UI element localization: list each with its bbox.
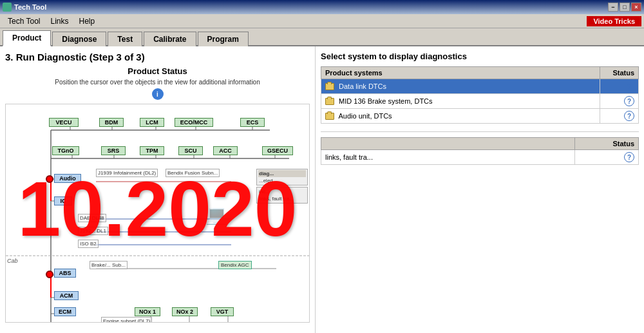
node-lcm[interactable]: LCM <box>140 118 164 127</box>
main-content: 3. Run Diagnostic (Step 3 of 3) Product … <box>0 46 644 333</box>
systems-table: Product systems Status Data link DTCs ? <box>321 66 639 124</box>
product-status-title: Product Status <box>5 66 310 76</box>
folder-icon-3 <box>325 113 334 120</box>
tab-calibrate[interactable]: Calibrate <box>144 32 196 46</box>
node-nox1[interactable]: NOx 1 <box>135 307 160 316</box>
node-ic[interactable]: IC <box>54 196 72 205</box>
infonet-label-3: DAE DL48 <box>78 214 106 222</box>
node-gsecu[interactable]: GSECU <box>262 146 293 155</box>
title-bar-controls[interactable]: − □ × <box>608 3 641 12</box>
folder-icon-1 <box>325 83 334 90</box>
title-bar: Tech Tool − □ × <box>0 0 644 14</box>
node-audio[interactable]: Audio <box>54 174 81 183</box>
status-icon-2: ? <box>624 96 634 106</box>
infonet-label-7: Engine subnet (DL7) <box>101 317 152 323</box>
system-status-1: ? <box>600 79 639 94</box>
status-icon-1: ? <box>624 81 634 91</box>
toolbar: Product Diagnose Test Calibrate Program <box>0 28 644 46</box>
menu-tech-tool[interactable]: Tech Tool <box>3 15 45 27</box>
infonet-label-2: Bendix Fusion Subn... <box>166 169 220 177</box>
app-icon <box>3 3 12 12</box>
diag-inc-box: inc... links, fault tra... <box>256 187 308 204</box>
sub-col-status: Status <box>575 138 639 150</box>
title-bar-text: Tech Tool <box>14 3 46 11</box>
infonet-label-4: J192... DL1 <box>78 227 108 235</box>
page-heading: 3. Run Diagnostic (Step 3 of 3) <box>5 52 310 62</box>
sub-status-icon-1: ? <box>624 152 634 162</box>
node-vgt[interactable]: VGT <box>211 307 234 316</box>
status-icon-3: ? <box>624 111 634 121</box>
sub-table-row[interactable]: links, fault tra... ? <box>321 150 639 165</box>
bendix-agc-label: Bendix AGC <box>218 261 252 269</box>
sub-item-status-1: ? <box>575 150 639 165</box>
table-row[interactable]: Audio unit, DTCs ? <box>321 109 639 124</box>
maximize-button[interactable]: □ <box>620 3 630 12</box>
infonet-label-1: J1939 Infotainment (DL2) <box>96 169 158 177</box>
infonet-label-5: ISO B2 <box>78 240 99 248</box>
node-abs[interactable]: ABS <box>54 269 76 278</box>
title-bar-left: Tech Tool <box>3 3 46 12</box>
sub-table: Status links, fault tra... ? <box>321 137 639 165</box>
menu-bar: Tech Tool Links Help Video Tricks <box>0 14 644 28</box>
instructions-text: Position the cursor over the objects in … <box>5 79 310 86</box>
left-panel: 3. Run Diagnostic (Step 3 of 3) Product … <box>0 46 316 333</box>
table-row[interactable]: MID 136 Brake system, DTCs ? <box>321 94 639 109</box>
node-nox2[interactable]: NOx 2 <box>172 307 198 316</box>
system-status-3: ? <box>600 109 639 124</box>
folder-icon-2 <box>325 98 334 105</box>
node-ecm[interactable]: ECM <box>54 307 76 316</box>
system-status-2: ? <box>600 94 639 109</box>
node-vecu[interactable]: VECU <box>49 118 79 127</box>
infonet-label-6: Brake/... Sub... <box>90 261 128 269</box>
sub-item-name-1: links, fault tra... <box>321 150 575 165</box>
system-name-1[interactable]: Data link DTCs <box>321 79 600 94</box>
sub-col-name <box>321 138 575 150</box>
diagram-area: 10.2020 <box>5 104 310 323</box>
node-ecs[interactable]: ECS <box>240 118 265 127</box>
node-srs[interactable]: SRS <box>101 146 126 155</box>
node-tpm[interactable]: TPM <box>140 146 164 155</box>
menu-links[interactable]: Links <box>45 15 73 27</box>
node-tgno[interactable]: TGnO <box>52 146 79 155</box>
col-status: Status <box>600 67 639 79</box>
diag-box: diag... ...eled <box>256 169 308 186</box>
tab-product[interactable]: Product <box>3 30 51 46</box>
tab-diagnose[interactable]: Diagnose <box>52 32 106 46</box>
right-panel: Select system to display diagnostics Pro… <box>316 46 644 333</box>
system-name-2[interactable]: MID 136 Brake system, DTCs <box>321 94 600 109</box>
node-acm[interactable]: ACM <box>54 291 79 300</box>
error-dot-abs <box>46 271 53 278</box>
node-acc[interactable]: ACC <box>213 146 238 155</box>
panel-separator <box>321 131 639 132</box>
tab-program[interactable]: Program <box>198 32 249 46</box>
menu-help[interactable]: Help <box>74 15 100 27</box>
tab-test[interactable]: Test <box>108 32 142 46</box>
table-row[interactable]: Data link DTCs ? <box>321 79 639 94</box>
col-product-systems: Product systems <box>321 67 600 79</box>
cab-label: Cab <box>7 258 18 264</box>
node-scu[interactable]: SCU <box>178 146 203 155</box>
video-tricks-button[interactable]: Video Tricks <box>587 16 641 26</box>
node-bdm[interactable]: BDM <box>99 118 124 127</box>
diagram-svg <box>6 104 309 322</box>
node-ecc-mcc[interactable]: ECO/MCC <box>175 118 213 127</box>
minimize-button[interactable]: − <box>608 3 618 12</box>
right-section-title: Select system to display diagnostics <box>321 52 639 61</box>
close-button[interactable]: × <box>631 3 641 12</box>
laptop-icon: 💻 <box>205 204 228 225</box>
info-icon: i <box>152 88 164 100</box>
system-name-3[interactable]: Audio unit, DTCs <box>321 109 600 124</box>
error-dot-audio <box>46 175 53 183</box>
